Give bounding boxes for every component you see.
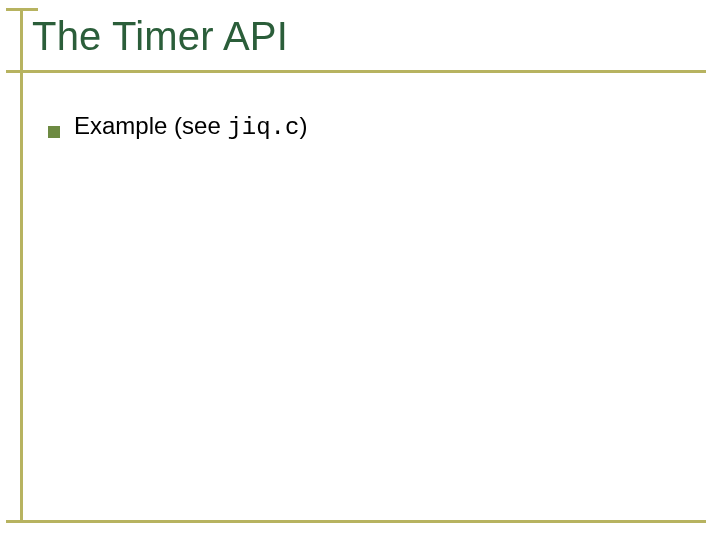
bullet-text-prefix: Example (see xyxy=(74,112,227,139)
bullet-text: Example (see jiq.c) xyxy=(74,110,307,144)
slide: The Timer API Example (see jiq.c) xyxy=(0,0,720,540)
decor-bottom-rule xyxy=(6,520,706,523)
decor-title-rule xyxy=(6,70,706,73)
square-bullet-icon xyxy=(48,126,60,138)
decor-left-rail xyxy=(20,8,23,520)
bullet-item: Example (see jiq.c) xyxy=(48,110,680,144)
slide-body: Example (see jiq.c) xyxy=(48,110,680,144)
bullet-code: jiq.c xyxy=(227,114,299,141)
slide-title: The Timer API xyxy=(32,14,288,59)
bullet-text-suffix: ) xyxy=(299,112,307,139)
